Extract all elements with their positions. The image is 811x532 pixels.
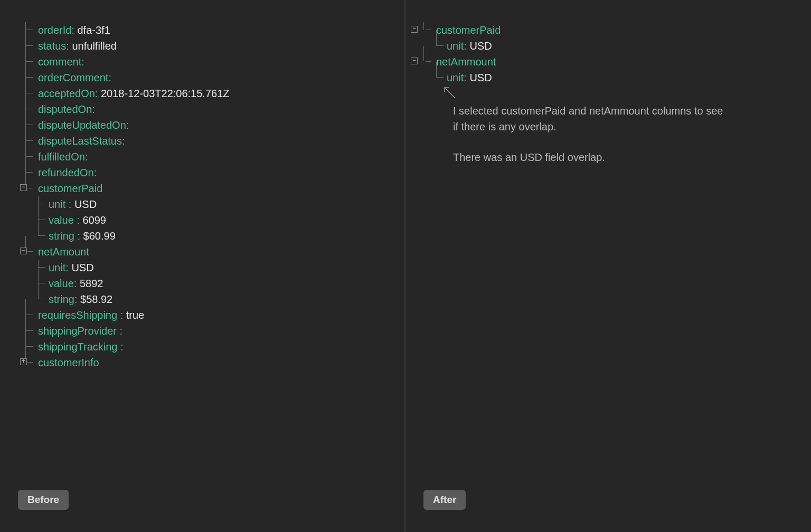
value-text: USD <box>469 40 492 52</box>
pointer-arrow-icon <box>441 84 457 100</box>
key-label: netAmount <box>38 246 89 258</box>
field-netAmount[interactable]: netAmount <box>23 244 404 260</box>
key-label: orderComment: <box>38 72 111 83</box>
field-acceptedOn[interactable]: acceptedOn: 2018-12-03T22:06:15.761Z <box>23 86 404 101</box>
field-netAmmount[interactable]: netAmmount <box>421 54 811 70</box>
key-label: customerPaid <box>38 183 102 194</box>
key-label: comment: <box>38 56 84 68</box>
key-label: value: <box>49 278 77 289</box>
key-label: shippingProvider : <box>38 325 122 337</box>
key-label: acceptedOn: <box>38 88 98 99</box>
field-orderComment[interactable]: orderComment: <box>23 70 404 86</box>
after-panel: customerPaid unit: USD netAmmount unit: … <box>406 0 811 532</box>
field-shippingProvider[interactable]: shippingProvider : <box>23 323 404 339</box>
field-orderId[interactable]: orderId: dfa-3f1 <box>23 22 404 38</box>
key-label: refundedOn: <box>38 167 97 178</box>
split-container: orderId: dfa-3f1 status: unfulfilled com… <box>0 0 811 532</box>
collapse-icon[interactable] <box>411 26 418 33</box>
key-label: unit: <box>447 40 467 52</box>
key-label: value : <box>49 214 80 226</box>
collapse-icon[interactable] <box>411 58 418 64</box>
field-customerPaid-string[interactable]: string : $60.99 <box>23 228 404 244</box>
key-label: netAmmount <box>436 56 496 68</box>
key-label: string: <box>49 293 77 305</box>
key-label: unit: <box>447 72 467 83</box>
field-shippingTracking[interactable]: shippingTracking : <box>23 339 404 355</box>
field-netAmmount-unit[interactable]: unit: USD <box>421 70 811 86</box>
key-label: unit : <box>49 198 71 210</box>
key-label: disputeUpdatedOn: <box>38 119 129 131</box>
value-text: 5892 <box>80 278 103 289</box>
value-text: USD <box>74 198 97 210</box>
value-text: true <box>126 309 144 321</box>
field-customerPaid-unit[interactable]: unit : USD <box>23 196 404 212</box>
field-netAmount-string[interactable]: string: $58.92 <box>23 291 404 307</box>
value-text: unfulfilled <box>72 40 117 52</box>
value-text: $60.99 <box>83 230 116 242</box>
before-badge: Before <box>18 490 69 510</box>
key-label: status: <box>38 40 69 52</box>
field-netAmount-unit[interactable]: unit: USD <box>23 260 404 276</box>
field-netAmount-value[interactable]: value: 5892 <box>23 276 404 291</box>
value-text: USD <box>71 262 93 273</box>
key-label: shippingTracking : <box>38 341 124 353</box>
key-label: disputedOn: <box>38 103 95 115</box>
value-text: dfa-3f1 <box>78 24 110 36</box>
collapse-icon[interactable] <box>20 248 27 254</box>
field-comment[interactable]: comment: <box>23 54 404 70</box>
field-refundedOn[interactable]: refundedOn: <box>23 165 404 180</box>
field-requiresShipping[interactable]: requiresShipping : true <box>23 307 404 323</box>
field-fulfilledOn[interactable]: fulfilledOn: <box>23 149 404 165</box>
key-label: disputeLastStatus: <box>38 135 125 147</box>
field-status[interactable]: status: unfulfilled <box>23 38 404 54</box>
annotation-line-2: There was an USD field overlap. <box>453 149 728 165</box>
after-badge: After <box>423 490 466 510</box>
key-label: customerPaid <box>436 24 501 36</box>
key-label: unit: <box>49 262 69 273</box>
field-customerPaid-value[interactable]: value : 6099 <box>23 212 404 228</box>
value-text: 6099 <box>83 214 107 226</box>
value-text: $58.92 <box>80 293 112 305</box>
svg-line-0 <box>445 88 455 98</box>
key-label: customerInfo <box>38 357 99 368</box>
before-panel: orderId: dfa-3f1 status: unfulfilled com… <box>0 0 406 532</box>
field-customerInfo[interactable]: customerInfo <box>23 355 404 370</box>
annotation-text: I selected customerPaid and netAmmount c… <box>453 103 728 180</box>
field-customerPaid[interactable]: customerPaid <box>23 180 404 196</box>
key-label: string : <box>49 230 80 242</box>
key-label: requiresShipping : <box>38 309 123 321</box>
field-disputeUpdatedOn[interactable]: disputeUpdatedOn: <box>23 117 404 133</box>
key-label: orderId: <box>38 24 74 36</box>
key-label: fulfilledOn: <box>38 151 88 163</box>
value-text: USD <box>469 72 492 83</box>
collapse-icon[interactable] <box>20 184 27 191</box>
value-text: 2018-12-03T22:06:15.761Z <box>101 88 230 99</box>
field-disputeLastStatus[interactable]: disputeLastStatus: <box>23 133 404 149</box>
field-customerPaid-unit[interactable]: unit: USD <box>421 38 811 54</box>
before-tree: orderId: dfa-3f1 status: unfulfilled com… <box>0 22 404 370</box>
after-tree: customerPaid unit: USD netAmmount unit: … <box>406 22 811 86</box>
annotation-line-1: I selected customerPaid and netAmmount c… <box>453 103 728 135</box>
expand-icon[interactable] <box>20 358 27 365</box>
field-disputedOn[interactable]: disputedOn: <box>23 101 404 117</box>
field-customerPaid[interactable]: customerPaid <box>421 22 811 38</box>
